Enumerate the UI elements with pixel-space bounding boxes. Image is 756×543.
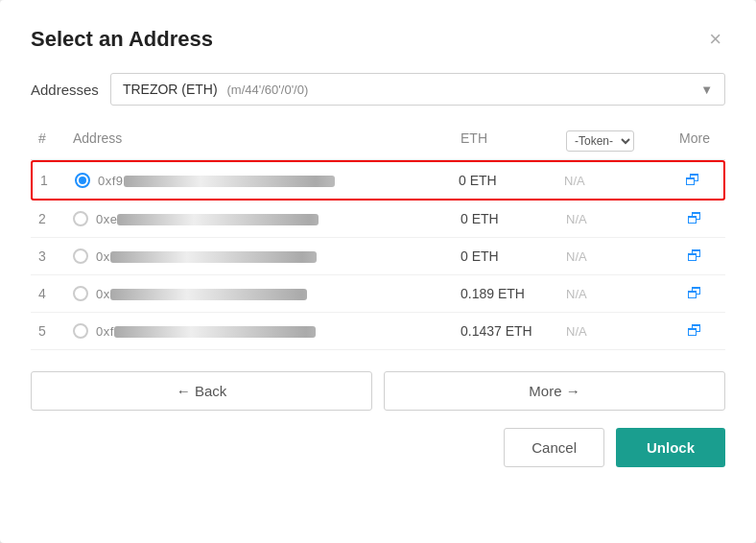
token-value: N/A — [566, 287, 672, 301]
row-num: 3 — [38, 248, 73, 264]
address-text: 0x — [96, 287, 307, 301]
dropdown-text: TREZOR (ETH) (m/44'/60'/0'/0) — [123, 82, 308, 97]
addresses-row: Addresses TREZOR (ETH) (m/44'/60'/0'/0) … — [31, 73, 725, 106]
token-select[interactable]: -Token- — [566, 130, 634, 152]
dialog-actions: Cancel Unlock — [31, 428, 725, 467]
radio-button[interactable] — [75, 173, 90, 188]
address-text: 0xf9 — [98, 174, 335, 188]
table-row[interactable]: 5 0xf 0.1437 ETH N/A 🗗︎ — [31, 313, 725, 350]
radio-inner — [79, 177, 86, 184]
address-text: 0xe — [96, 212, 319, 226]
footer-actions: ← Back More → — [31, 371, 725, 411]
address-blur — [117, 214, 319, 225]
address-cell: 0xf — [73, 323, 461, 339]
radio-button[interactable] — [73, 323, 88, 339]
address-blur — [114, 326, 316, 338]
token-value: N/A — [566, 212, 672, 226]
col-header-eth: ETH — [461, 130, 566, 152]
modal-title: Select an Address — [31, 27, 213, 52]
table-row[interactable]: 2 0xe 0 ETH N/A 🗗︎ — [31, 201, 725, 238]
address-cell: 0x — [73, 248, 461, 264]
col-header-num: # — [38, 130, 73, 152]
select-address-modal: Select an Address × Addresses TREZOR (ET… — [0, 0, 756, 543]
token-value: N/A — [566, 324, 672, 339]
row-num: 1 — [40, 173, 75, 188]
address-table: # Address ETH -Token- More 1 0xf9 0 ETH — [31, 123, 725, 350]
external-link-icon[interactable]: 🗗︎ — [670, 172, 716, 189]
address-blur — [124, 176, 335, 187]
eth-value: 0 ETH — [461, 248, 566, 264]
external-link-icon[interactable]: 🗗︎ — [672, 210, 718, 227]
eth-value: 0 ETH — [461, 211, 566, 226]
address-blur — [110, 251, 317, 263]
row-num: 5 — [38, 323, 73, 339]
radio-button[interactable] — [73, 286, 88, 301]
cancel-button[interactable]: Cancel — [504, 428, 604, 467]
dropdown-arrow-icon: ▼ — [700, 83, 713, 97]
address-text: 0xf — [96, 324, 316, 339]
eth-value: 0 ETH — [459, 173, 564, 188]
token-value: N/A — [564, 174, 670, 188]
table-row[interactable]: 3 0x 0 ETH N/A 🗗︎ — [31, 238, 725, 275]
eth-value: 0.1437 ETH — [461, 323, 566, 339]
external-link-icon[interactable]: 🗗︎ — [672, 248, 718, 265]
external-link-icon[interactable]: 🗗︎ — [672, 285, 718, 302]
address-text: 0x — [96, 249, 317, 264]
unlock-button[interactable]: Unlock — [616, 428, 725, 467]
address-cell: 0xe — [73, 211, 461, 226]
col-header-address: Address — [73, 130, 461, 152]
more-button[interactable]: More → — [384, 371, 725, 411]
close-button[interactable]: × — [705, 29, 725, 50]
external-link-icon[interactable]: 🗗︎ — [672, 322, 718, 340]
radio-button[interactable] — [73, 211, 88, 226]
col-header-token: -Token- — [566, 130, 672, 152]
eth-value: 0.189 ETH — [461, 286, 566, 301]
address-cell: 0x — [73, 286, 461, 301]
row-num: 4 — [38, 286, 73, 301]
address-cell: 0xf9 — [75, 173, 459, 188]
table-header: # Address ETH -Token- More — [31, 123, 725, 160]
col-header-more: More — [672, 130, 718, 152]
table-row[interactable]: 1 0xf9 0 ETH N/A 🗗︎ — [31, 160, 725, 201]
back-button[interactable]: ← Back — [31, 371, 372, 411]
addresses-label: Addresses — [31, 82, 99, 98]
radio-button[interactable] — [73, 248, 88, 264]
token-value: N/A — [566, 249, 672, 264]
address-blur — [110, 289, 307, 300]
table-row[interactable]: 4 0x 0.189 ETH N/A 🗗︎ — [31, 275, 725, 313]
addresses-dropdown[interactable]: TREZOR (ETH) (m/44'/60'/0'/0) ▼ — [110, 73, 725, 106]
row-num: 2 — [38, 211, 73, 226]
modal-header: Select an Address × — [31, 27, 725, 52]
